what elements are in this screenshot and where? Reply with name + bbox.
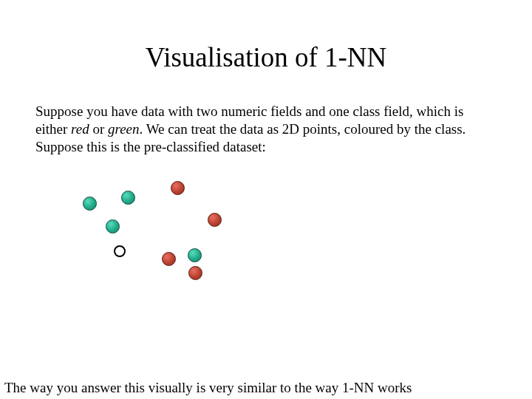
- data-point-green: [188, 248, 202, 262]
- scatter-plot: [74, 168, 296, 272]
- bottom-line: The way you answer this visually is very…: [4, 380, 412, 396]
- data-point-green: [121, 191, 135, 205]
- slide: Visualisation of 1-NN Suppose you have d…: [0, 41, 532, 399]
- body-paragraph: Suppose you have data with two numeric f…: [35, 103, 497, 155]
- data-point-red: [188, 266, 202, 280]
- data-point-red: [162, 252, 176, 266]
- data-point-red: [171, 181, 185, 195]
- data-point-green: [106, 219, 120, 233]
- body-part-b: or: [89, 121, 108, 137]
- green-word: green: [108, 121, 140, 137]
- page-title: Visualisation of 1-NN: [0, 41, 532, 73]
- data-point-red: [208, 213, 222, 227]
- red-word: red: [71, 121, 89, 137]
- query-ring-icon: [114, 245, 126, 257]
- data-point-green: [83, 197, 97, 211]
